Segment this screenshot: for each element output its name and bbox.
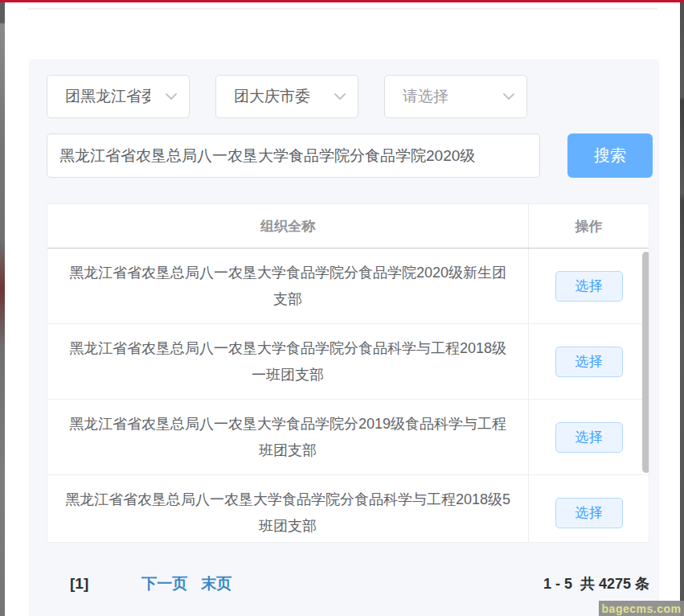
province-select-value: 团黑龙江省委: [65, 86, 150, 107]
district-select[interactable]: 请选择: [384, 75, 527, 118]
action-cell: 选择: [529, 248, 649, 323]
org-name-cell: 黑龙江省省农垦总局八一农垦大学食品学院分食品科学与工程2018级一班团支部: [47, 324, 529, 399]
select-row-button[interactable]: 选择: [555, 498, 623, 528]
last-page-link[interactable]: 末页: [201, 573, 231, 594]
select-row-button[interactable]: 选择: [555, 422, 623, 453]
column-header-action: 操作: [529, 204, 649, 248]
search-button[interactable]: 搜索: [567, 133, 653, 178]
table-header-row: 组织全称 操作: [47, 204, 649, 248]
watermark-badge: bagecms.com: [599, 601, 684, 616]
action-cell: 选择: [529, 324, 649, 399]
action-cell: 选择: [529, 400, 649, 474]
table-body: 黑龙江省省农垦总局八一农垦大学食品学院分食品学院2020级新生团支部 选择 黑龙…: [47, 248, 649, 542]
org-name-cell: 黑龙江省省农垦总局八一农垦大学食品学院分2019级食品科学与工程班团支部: [47, 400, 529, 474]
table-row: 黑龙江省省农垦总局八一农垦大学食品学院分食品科学与工程2018级一班团支部 选择: [47, 324, 649, 400]
organization-table: 组织全称 操作 黑龙江省省农垦总局八一农垦大学食品学院分食品学院2020级新生团…: [47, 203, 649, 543]
watermark-text: bagecms.com: [602, 602, 682, 615]
select-row-button[interactable]: 选择: [555, 347, 623, 377]
city-select[interactable]: 团大庆市委: [215, 75, 358, 118]
table-row: 黑龙江省省农垦总局八一农垦大学食品学院分食品学院2020级新生团支部 选择: [47, 248, 649, 324]
organization-picker-modal: 团黑龙江省委 团大庆市委 请选择 搜索 组织全称 操作: [0, 0, 684, 616]
table-row: 黑龙江省省农垦总局八一农垦大学食品学院分食品科学与工程2018级5班团支部 选择: [47, 475, 649, 542]
org-name-cell: 黑龙江省省农垦总局八一农垦大学食品学院分食品科学与工程2018级5班团支部: [47, 475, 529, 542]
org-name-cell: 黑龙江省省农垦总局八一农垦大学食品学院分食品学院2020级新生团支部: [47, 248, 529, 323]
column-header-org-name: 组织全称: [47, 204, 529, 248]
filter-panel: 团黑龙江省委 团大庆市委 请选择 搜索 组织全称 操作: [29, 60, 659, 616]
district-select-placeholder: 请选择: [403, 86, 488, 107]
province-select[interactable]: 团黑龙江省委: [47, 75, 190, 118]
window-edge-right: [680, 0, 684, 616]
organization-search-input[interactable]: [47, 133, 540, 178]
result-range-text: 1 - 5 共 4275 条: [543, 574, 649, 593]
modal-header-divider: [28, 8, 657, 10]
table-scrollbar-thumb[interactable]: [642, 252, 649, 473]
city-select-value: 团大庆市委: [234, 86, 319, 107]
next-page-link[interactable]: 下一页: [141, 573, 187, 594]
current-page-indicator[interactable]: [1]: [70, 575, 88, 593]
select-row-button[interactable]: 选择: [555, 271, 623, 302]
chevron-down-icon: [165, 92, 178, 101]
top-accent-bar: [0, 0, 684, 2]
window-edge-left: [0, 0, 5, 616]
action-cell: 选择: [529, 475, 649, 542]
pagination-bar: [1] 下一页 末页 1 - 5 共 4275 条: [47, 569, 649, 598]
chevron-down-icon: [334, 92, 346, 101]
chevron-down-icon: [502, 92, 515, 101]
table-row: 黑龙江省省农垦总局八一农垦大学食品学院分2019级食品科学与工程班团支部 选择: [47, 400, 649, 475]
